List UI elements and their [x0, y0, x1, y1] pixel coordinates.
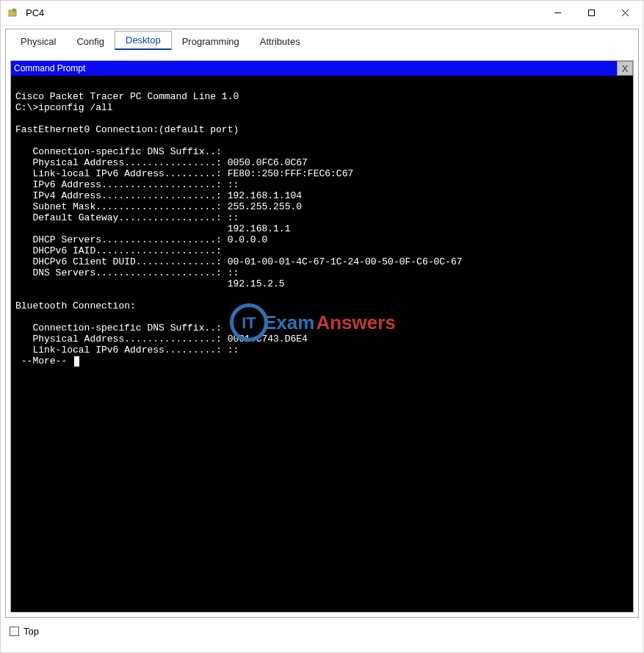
top-checkbox[interactable]	[10, 627, 19, 636]
tabs-row: Physical Config Desktop Programming Attr…	[6, 29, 638, 50]
svg-rect-2	[588, 10, 594, 16]
app-icon	[7, 7, 20, 20]
watermark-text-2: Answers	[316, 317, 395, 328]
footer-row: Top	[1, 621, 643, 641]
command-prompt-panel: Command Prompt X Cisco Packet Tracer PC …	[10, 60, 634, 613]
window-title: PC4	[26, 7, 44, 18]
tab-attributes[interactable]: Attributes	[250, 33, 311, 50]
top-checkbox-label: Top	[23, 626, 39, 637]
panel-title: Command Prompt	[14, 63, 617, 73]
content-frame: Physical Config Desktop Programming Attr…	[5, 29, 639, 618]
panel-close-button[interactable]: X	[617, 61, 633, 76]
tab-physical[interactable]: Physical	[10, 33, 66, 50]
tab-programming[interactable]: Programming	[172, 33, 250, 50]
minimize-button[interactable]	[540, 2, 574, 24]
panel-header: Command Prompt X	[11, 61, 633, 76]
close-button[interactable]	[608, 2, 642, 24]
maximize-button[interactable]	[574, 2, 608, 24]
window-titlebar: PC4	[1, 1, 643, 26]
terminal-cursor	[74, 356, 79, 367]
tab-desktop[interactable]: Desktop	[115, 31, 172, 50]
tab-config[interactable]: Config	[66, 33, 115, 50]
terminal-output[interactable]: Cisco Packet Tracer PC Command Line 1.0 …	[11, 76, 633, 612]
watermark-text-1: Exam	[264, 317, 314, 328]
